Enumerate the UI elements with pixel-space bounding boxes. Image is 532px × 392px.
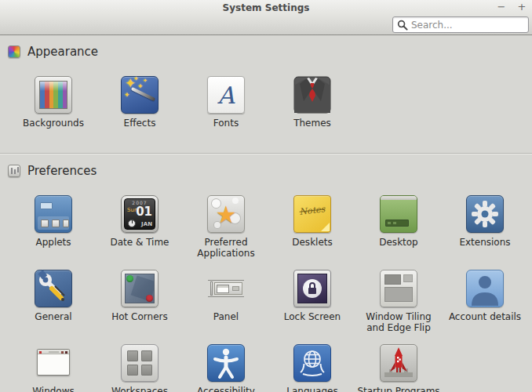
panel-icon	[207, 270, 245, 307]
settings-item-label: Desktop	[379, 237, 418, 248]
lock-screen-icon	[293, 270, 331, 307]
settings-item-label: Workspaces	[111, 386, 168, 392]
general-icon	[35, 270, 72, 307]
settings-item-workspaces[interactable]: Workspaces	[97, 344, 183, 392]
section-divider	[0, 153, 532, 154]
hot-corners-icon	[121, 270, 159, 307]
settings-item-label: Window Tiling and Edge Flip	[357, 311, 440, 333]
settings-item-label: Extensions	[459, 237, 510, 248]
settings-item-languages[interactable]: Languages	[269, 344, 355, 392]
extensions-icon	[466, 195, 504, 233]
settings-item-window-tiling[interactable]: Window Tiling and Edge Flip	[355, 270, 442, 344]
window-title: System Settings	[223, 2, 310, 13]
settings-item-desktop[interactable]: Desktop	[355, 195, 442, 270]
toolbar	[0, 15, 532, 35]
languages-icon	[293, 344, 331, 382]
settings-item-accessibility[interactable]: Accessibility	[183, 344, 269, 392]
settings-item-label: General	[35, 311, 71, 322]
settings-item-label: Preferred Applications	[184, 237, 268, 259]
desktop-icon	[380, 195, 417, 233]
workspaces-icon	[121, 344, 159, 382]
maximize-button[interactable]: +	[516, 1, 527, 13]
account-details-icon	[466, 270, 504, 307]
settings-item-label: Lock Screen	[284, 311, 341, 322]
settings-item-backgrounds[interactable]: Backgrounds	[10, 76, 97, 137]
settings-item-label: Desklets	[292, 237, 333, 248]
settings-item-label: Fonts	[213, 118, 239, 129]
settings-item-label: Applets	[35, 237, 71, 248]
settings-item-account-details[interactable]: Account details	[442, 270, 528, 344]
minimize-button[interactable]: −	[496, 1, 507, 13]
settings-item-label: Effects	[124, 118, 156, 129]
settings-item-lock-screen[interactable]: Lock Screen	[269, 270, 355, 344]
settings-item-themes[interactable]: Themes	[269, 76, 355, 137]
appearance-section-icon	[8, 45, 20, 58]
settings-item-desklets[interactable]: NotesDesklets	[269, 195, 355, 270]
applets-icon	[35, 195, 72, 233]
appearance-section-header: Appearance	[8, 45, 532, 59]
settings-item-label: Windows	[32, 386, 75, 392]
settings-item-effects[interactable]: ✦✦ ✦✦ ✦ Effects	[97, 76, 183, 137]
settings-item-label: Themes	[293, 118, 331, 129]
desklets-icon: Notes	[293, 195, 331, 233]
windows-icon	[35, 344, 72, 382]
preferred-applications-icon: ★	[207, 195, 245, 233]
startup-programs-icon	[380, 344, 417, 382]
search-icon	[397, 20, 408, 31]
settings-item-label: Panel	[213, 311, 239, 322]
fonts-icon: A	[207, 76, 245, 114]
preferences-section-icon	[8, 165, 20, 177]
preferences-grid: Applets 2007 Sun 01 JAN Date & Time ★Pre…	[10, 195, 528, 392]
settings-item-label: Account details	[449, 311, 521, 322]
window-tiling-icon	[380, 270, 417, 307]
search-box[interactable]	[392, 16, 529, 33]
settings-item-label: Startup Programs	[357, 386, 439, 392]
themes-icon	[293, 76, 331, 114]
preferences-section-header: Preferences	[8, 164, 532, 178]
settings-item-label: Date & Time	[110, 237, 169, 248]
settings-item-label: Hot Corners	[111, 311, 168, 322]
section-appearance: Appearance Backgrounds✦✦ ✦✦ ✦ EffectsAFo…	[0, 45, 532, 137]
settings-item-label: Backgrounds	[23, 118, 84, 129]
settings-item-startup-programs[interactable]: Startup Programs	[355, 344, 442, 392]
effects-icon: ✦✦ ✦✦ ✦	[121, 76, 159, 114]
titlebar[interactable]: System Settings − +	[0, 0, 532, 15]
backgrounds-icon	[35, 76, 72, 114]
settings-item-fonts[interactable]: AFonts	[183, 76, 269, 137]
settings-item-hot-corners[interactable]: Hot Corners	[97, 270, 183, 344]
search-input[interactable]	[411, 20, 524, 31]
settings-item-panel[interactable]: Panel	[183, 270, 269, 344]
date-time-icon: 2007 Sun 01 JAN	[121, 195, 159, 233]
settings-item-label: Languages	[286, 386, 337, 392]
section-title: Preferences	[27, 164, 97, 178]
section-title: Appearance	[27, 45, 98, 59]
settings-item-extensions[interactable]: Extensions	[442, 195, 528, 270]
section-preferences: Preferences Applets 2007 Sun 01 JAN Date…	[0, 164, 532, 392]
settings-item-applets[interactable]: Applets	[10, 195, 97, 270]
settings-item-windows[interactable]: Windows	[10, 344, 97, 392]
settings-item-label: Accessibility	[197, 386, 255, 392]
settings-item-preferred-applications[interactable]: ★Preferred Applications	[183, 195, 269, 270]
settings-item-general[interactable]: General	[10, 270, 97, 344]
settings-item-date-time[interactable]: 2007 Sun 01 JAN Date & Time	[97, 195, 183, 270]
accessibility-icon	[207, 344, 245, 382]
appearance-grid: Backgrounds✦✦ ✦✦ ✦ EffectsAFonts Themes	[10, 76, 528, 137]
window-header: System Settings − +	[0, 0, 532, 35]
